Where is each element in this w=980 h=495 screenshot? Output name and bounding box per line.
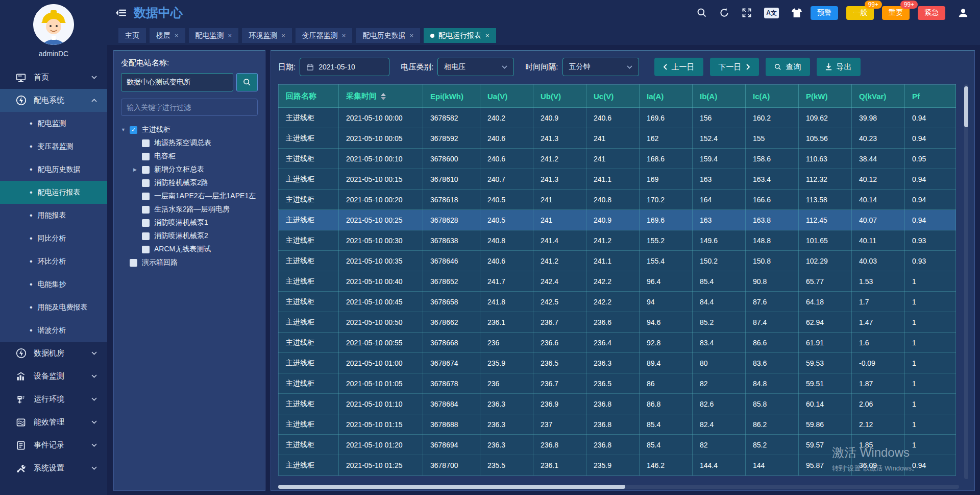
vertical-scrollbar[interactable] [964, 84, 968, 479]
vertical-scrollbar-thumb[interactable] [964, 86, 968, 127]
sidebar-item-device-monitor[interactable]: 设备监测 [0, 365, 107, 388]
sidebar-subitem-4[interactable]: •用能报表 [0, 204, 107, 227]
tab-5[interactable]: 配电历史数据× [356, 28, 420, 43]
tree-checkbox[interactable] [142, 206, 150, 214]
translate-icon[interactable]: A文 [764, 8, 779, 18]
tab-3[interactable]: 环境监测× [242, 28, 292, 43]
table-row-4[interactable]: 主进线柜2021-05-10 00:203678618240.5241240.8… [279, 190, 956, 210]
table-row-0[interactable]: 主进线柜2021-05-10 00:003678582240.2240.9240… [279, 108, 956, 128]
table-row-13[interactable]: 主进线柜2021-05-10 01:053678678236236.7236.5… [279, 373, 956, 394]
sort-icon[interactable] [381, 93, 386, 100]
tree-checkbox[interactable] [142, 246, 150, 253]
table-row-11[interactable]: 主进线柜2021-05-10 00:553678668236236.6236.4… [279, 333, 956, 353]
sidebar-subitem-3[interactable]: •配电运行报表 [0, 181, 107, 204]
table-row-10[interactable]: 主进线柜2021-05-10 00:503678662236.1236.7236… [279, 312, 956, 333]
search-icon[interactable] [697, 8, 707, 18]
interval-select[interactable]: 五分钟 [562, 58, 639, 76]
tree-checkbox[interactable] [142, 166, 150, 174]
tab-6[interactable]: 配电运行报表× [424, 28, 496, 43]
user-icon[interactable] [958, 7, 969, 18]
table-row-9[interactable]: 主进线柜2021-05-10 00:453678658241.8242.5242… [279, 292, 956, 312]
tab-close-icon[interactable]: × [342, 32, 346, 39]
table-row-2[interactable]: 主进线柜2021-05-10 00:103678600240.6241.2241… [279, 149, 956, 169]
sidebar-item-environment[interactable]: 运行环境 [0, 388, 107, 411]
alarm-button-warning[interactable]: 预警 [811, 6, 838, 20]
sidebar-subitem-8[interactable]: •用能及电费报表 [0, 296, 107, 319]
prev-day-button[interactable]: 上一日 [654, 58, 703, 76]
alarm-button-general[interactable]: 一般99+ [846, 6, 874, 20]
tree-filter-input[interactable] [121, 99, 258, 116]
next-day-button[interactable]: 下一日 [710, 58, 759, 76]
theme-icon[interactable] [791, 8, 802, 18]
tab-2[interactable]: 配电监测× [189, 28, 239, 43]
sidebar-item-home[interactable]: 首页 [0, 66, 107, 89]
table-row-14[interactable]: 主进线柜2021-05-10 01:103678684236.3236.9236… [279, 394, 956, 414]
table-row-3[interactable]: 主进线柜2021-05-10 00:153678610240.7241.3241… [279, 169, 956, 190]
tab-1[interactable]: 楼层× [150, 28, 185, 43]
date-picker[interactable]: 2021-05-10 [300, 58, 389, 76]
tab-close-icon[interactable]: × [175, 32, 179, 39]
tree-node-8[interactable]: 消防喷淋机械泵2 [121, 229, 258, 243]
tree-checkbox[interactable] [142, 153, 150, 160]
refresh-icon[interactable] [719, 8, 729, 18]
tree-checkbox[interactable] [130, 259, 137, 267]
tab-close-icon[interactable]: × [281, 32, 285, 39]
tree-node-1[interactable]: 地源热泵空调总表 [121, 136, 258, 150]
collapse-menu-icon[interactable] [115, 8, 127, 17]
fullscreen-icon[interactable] [742, 8, 752, 18]
tab-0[interactable]: 主页 [118, 28, 146, 43]
sidebar-subitem-6[interactable]: •环比分析 [0, 250, 107, 273]
tree-node-9[interactable]: ARCM无线表测试 [121, 243, 258, 256]
avatar[interactable] [33, 4, 74, 45]
sidebar-item-data-room[interactable]: 数据机房 [0, 342, 107, 365]
tree-node-0[interactable]: ▼✓主进线柜 [121, 123, 258, 136]
tree-node-10[interactable]: 演示箱回路 [121, 256, 258, 269]
sidebar-subitem-9[interactable]: •谐波分析 [0, 319, 107, 342]
sidebar-item-event-log[interactable]: 事件记录 [0, 434, 107, 457]
tree-checkbox[interactable] [142, 193, 150, 200]
expander-down-icon[interactable]: ▼ [121, 127, 130, 132]
tab-4[interactable]: 变压器监测× [296, 28, 353, 43]
expander-right-icon[interactable]: ▶ [133, 167, 142, 172]
sidebar-subitem-1[interactable]: •变压器监测 [0, 135, 107, 158]
tree-node-2[interactable]: 电容柜 [121, 150, 258, 163]
voltage-type-select[interactable]: 相电压 [437, 58, 514, 76]
table-row-1[interactable]: 主进线柜2021-05-10 00:053678592240.6241.3241… [279, 128, 956, 149]
table-row-6[interactable]: 主进线柜2021-05-10 00:303678638240.8241.4241… [279, 230, 956, 251]
station-search-button[interactable] [236, 73, 258, 91]
tree-node-7[interactable]: 消防喷淋机械泵1 [121, 216, 258, 229]
tab-close-icon[interactable]: × [228, 32, 232, 39]
tree-checkbox[interactable] [142, 232, 150, 240]
tree-checkbox[interactable]: ✓ [130, 126, 137, 134]
tree-node-3[interactable]: ▶新增分立柜总表 [121, 163, 258, 176]
query-button[interactable]: 查询 [766, 58, 810, 76]
sidebar-subitem-5[interactable]: •同比分析 [0, 227, 107, 250]
station-name-input[interactable] [121, 73, 233, 91]
sidebar-item-power-distribution[interactable]: 配电系统 [0, 89, 107, 112]
tree-node-6[interactable]: 生活水泵2路—层弱电房 [121, 203, 258, 216]
table-row-12[interactable]: 主进线柜2021-05-10 01:003678674235.9236.5236… [279, 353, 956, 373]
table-row-5[interactable]: 主进线柜2021-05-10 00:253678628240.5241240.9… [279, 210, 956, 230]
table-row-7[interactable]: 主进线柜2021-05-10 00:353678646240.6241.2241… [279, 251, 956, 271]
horizontal-scrollbar-thumb[interactable] [278, 485, 625, 489]
column-header-1[interactable]: 采集时间 [339, 85, 423, 108]
sidebar-subitem-7[interactable]: •电能集抄 [0, 273, 107, 296]
alarm-button-urgent[interactable]: 紧急 [918, 6, 945, 20]
table-row-15[interactable]: 主进线柜2021-05-10 01:153678688236.3237236.8… [279, 414, 956, 435]
tree-node-4[interactable]: 消防栓机械泵2路 [121, 176, 258, 190]
table-row-16[interactable]: 主进线柜2021-05-10 01:203678694236.3236.8236… [279, 435, 956, 455]
table-row-8[interactable]: 主进线柜2021-05-10 00:403678652241.7242.4242… [279, 271, 956, 292]
tab-close-icon[interactable]: × [409, 32, 413, 39]
tree-checkbox[interactable] [142, 219, 150, 227]
tree-checkbox[interactable] [142, 179, 150, 187]
sidebar-item-energy-management[interactable]: 能效管理 [0, 411, 107, 434]
sidebar-subitem-2[interactable]: •配电历史数据 [0, 158, 107, 181]
export-button[interactable]: 导出 [817, 58, 861, 76]
tree-node-5[interactable]: 一层南1APE2右—层北1APE1左 [121, 190, 258, 203]
sidebar-subitem-0[interactable]: •配电监测 [0, 112, 107, 135]
horizontal-scrollbar[interactable] [278, 485, 959, 489]
tree-checkbox[interactable] [142, 139, 150, 147]
alarm-button-important[interactable]: 重要99+ [882, 6, 910, 20]
table-row-17[interactable]: 主进线柜2021-05-10 01:253678700235.5236.1235… [279, 455, 956, 476]
sidebar-item-settings[interactable]: 系统设置 [0, 457, 107, 480]
